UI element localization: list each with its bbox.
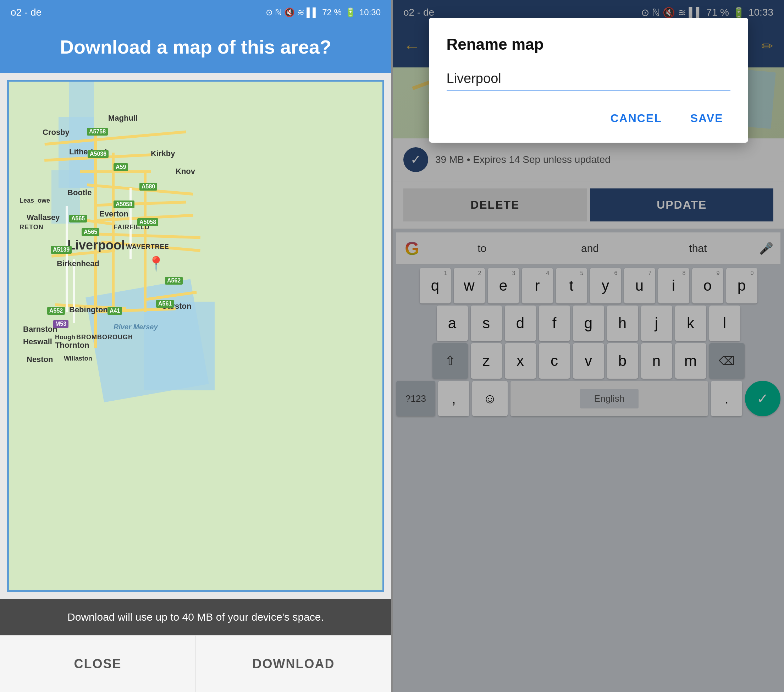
- status-bar-left: o2 - de ⊙ ℕ 🔇 ≋ ▌▌ 72 % 🔋 10:30: [0, 0, 391, 25]
- map-label-thornton: Thornton: [55, 341, 89, 350]
- dialog-title: Rename map: [446, 36, 730, 53]
- time-left: 10:30: [359, 7, 380, 17]
- signal-icons-left: ⊙ ℕ 🔇 ≋ ▌▌: [266, 7, 319, 17]
- map-background: Crosby Litherland Kirkby Bootle Wallasey…: [9, 82, 382, 590]
- dialog-overlay: Rename map CANCEL SAVE: [393, 0, 784, 692]
- road-badge-a552: A552: [47, 307, 65, 315]
- map-label-willaston: Willaston: [64, 355, 92, 362]
- map-label-bebington: Bebington: [69, 305, 108, 315]
- status-icons-left: ⊙ ℕ 🔇 ≋ ▌▌ 72 % 🔋 10:30: [266, 7, 380, 17]
- battery-icon-left: 🔋: [345, 7, 356, 17]
- bottom-buttons-left: CLOSE DOWNLOAD: [0, 635, 391, 692]
- cancel-button[interactable]: CANCEL: [603, 108, 669, 129]
- map-label-birkenhead: Birkenhead: [57, 259, 99, 268]
- battery-left: 72 %: [322, 7, 342, 17]
- road-badge-m53: M53: [53, 320, 69, 328]
- map-name-input[interactable]: [446, 68, 730, 91]
- map-label-bootle: Bootle: [68, 188, 92, 197]
- road-badge-a561: A561: [156, 300, 174, 308]
- download-info-text: Download will use up to 40 MB of your de…: [0, 599, 391, 635]
- road-badge-a580: A580: [139, 183, 157, 191]
- map-label-wavertree: WAVERTREE: [126, 243, 169, 250]
- road-badge-a562: A562: [165, 277, 183, 285]
- map-label-liverpool: Liverpool: [68, 238, 125, 253]
- road-badge-a59: A59: [114, 163, 128, 171]
- map-label-maghull: Maghull: [108, 114, 138, 123]
- save-button[interactable]: SAVE: [683, 108, 730, 129]
- road-badge-a5139: A5139: [51, 246, 72, 254]
- road-badge-a565-1: A565: [69, 215, 87, 222]
- close-button[interactable]: CLOSE: [0, 636, 196, 692]
- map-label-leasowe: Leas_owe: [20, 197, 50, 204]
- carrier-left: o2 - de: [11, 7, 41, 18]
- map-label-everton: Everton: [99, 209, 128, 219]
- map-label-neston: Neston: [26, 355, 53, 364]
- dialog-buttons: CANCEL SAVE: [446, 108, 730, 129]
- map-area-left: Crosby Litherland Kirkby Bootle Wallasey…: [7, 80, 384, 592]
- map-label-hough: Hough: [55, 334, 75, 341]
- page-title-left: Download a map of this area?: [7, 36, 384, 59]
- download-button[interactable]: DOWNLOAD: [196, 636, 391, 692]
- road-badge-a5036: A5036: [87, 150, 109, 158]
- road-badge-a5058-1: A5058: [114, 201, 135, 208]
- map-label-crosby: Crosby: [43, 128, 69, 137]
- map-label-barnston: Barnston: [23, 325, 58, 334]
- map-pin: 📍: [147, 255, 165, 272]
- road-badge-a5758: A5758: [87, 128, 108, 135]
- map-label-knov: Knov: [176, 167, 195, 176]
- map-label-river-mersey: River Mersey: [114, 323, 158, 331]
- map-label-bromborough: BROMBOROUGH: [76, 334, 133, 341]
- right-panel: o2 - de ⊙ ℕ 🔇 ≋ ▌▌ 71 % 🔋 10:33 ← Map 2 …: [393, 0, 784, 692]
- road-badge-a565-2: A565: [82, 228, 99, 236]
- rename-dialog: Rename map CANCEL SAVE: [429, 18, 748, 143]
- map-label-reton: RETON: [20, 224, 44, 231]
- map-label-kirkby: Kirkby: [151, 149, 175, 158]
- left-panel: o2 - de ⊙ ℕ 🔇 ≋ ▌▌ 72 % 🔋 10:30 Download…: [0, 0, 391, 692]
- header-left: Download a map of this area?: [0, 25, 391, 73]
- road-badge-a5058-2: A5058: [137, 218, 158, 226]
- road-badge-a41: A41: [107, 307, 122, 315]
- map-label-heswall: Heswall: [23, 337, 52, 346]
- map-label-wallasey: Wallasey: [26, 213, 59, 222]
